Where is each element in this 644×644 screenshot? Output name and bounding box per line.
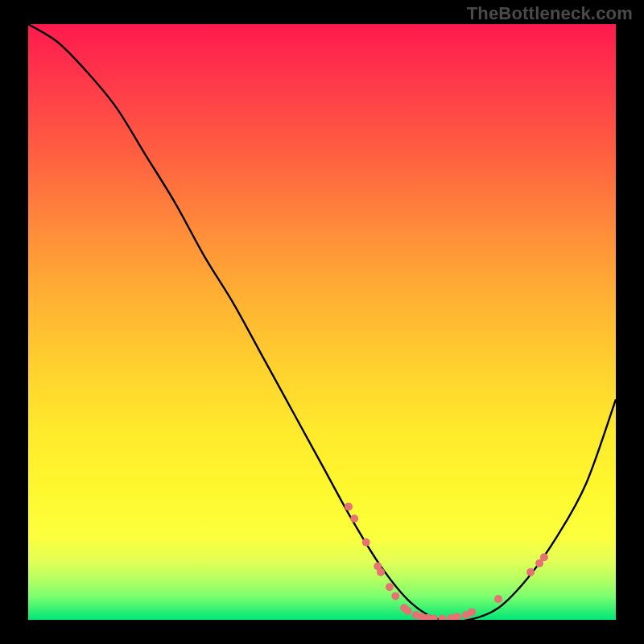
marker-pt-t — [526, 568, 535, 576]
marker-pt-c — [362, 539, 370, 547]
chart-overlay — [28, 24, 616, 620]
marker-pt-v — [540, 553, 548, 561]
marker-pt-a — [345, 502, 353, 510]
data-markers — [345, 502, 548, 620]
marker-pt-i — [404, 607, 412, 615]
watermark-label: TheBottleneck.com — [467, 3, 633, 24]
marker-pt-r — [468, 608, 476, 616]
bottleneck-curve — [28, 24, 616, 620]
marker-pt-p — [453, 613, 461, 620]
marker-pt-s — [494, 595, 502, 603]
marker-pt-n — [439, 615, 447, 621]
marker-pt-b — [350, 514, 358, 522]
marker-pt-e — [377, 568, 385, 576]
chart-container: TheBottleneck.com — [0, 0, 644, 644]
marker-pt-g — [391, 592, 399, 600]
marker-pt-f — [386, 583, 394, 591]
